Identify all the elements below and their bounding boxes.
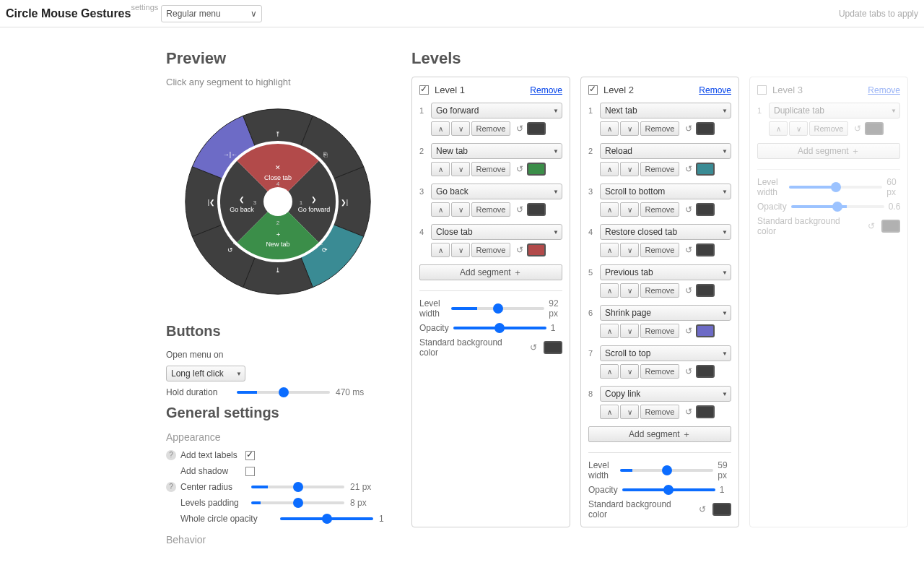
segment-action-select[interactable]: Go back <box>431 184 562 199</box>
segment-action-select[interactable]: Duplicate tab <box>769 103 900 118</box>
reset-icon[interactable]: ↺ <box>516 204 523 215</box>
remove-level-link[interactable]: Remove <box>530 85 562 95</box>
remove-segment-button[interactable]: Remove <box>471 202 510 217</box>
segment-color-swatch[interactable] <box>696 203 715 216</box>
move-up-button[interactable]: ∧ <box>600 121 619 136</box>
move-down-button[interactable]: ∨ <box>451 121 470 136</box>
segment-action-select[interactable]: Go forward <box>431 103 562 118</box>
segment-color-swatch[interactable] <box>527 163 546 176</box>
level-width-slider[interactable] <box>789 186 882 189</box>
reset-icon[interactable]: ↺ <box>516 245 523 255</box>
segment-action-select[interactable]: Next tab <box>600 103 731 118</box>
segment-color-swatch[interactable] <box>696 324 715 337</box>
remove-segment-button[interactable]: Remove <box>471 121 510 136</box>
opacity-slider[interactable] <box>791 205 884 208</box>
circle-preview[interactable]: ❯| ⟳ ⤓ ↺ |❮ →|← ⤒ ⎘ 1 2 3 4 5 6 <box>177 100 379 303</box>
remove-segment-button[interactable]: Remove <box>471 243 510 257</box>
menu-category-select[interactable]: Regular menu ∨ <box>161 5 262 22</box>
move-down-button[interactable]: ∨ <box>451 162 470 176</box>
move-down-button[interactable]: ∨ <box>620 364 639 379</box>
segment-action-select[interactable]: New tab <box>431 143 562 159</box>
remove-segment-button[interactable]: Remove <box>640 364 679 379</box>
level-width-slider[interactable] <box>451 307 544 310</box>
remove-segment-button[interactable]: Remove <box>471 162 510 176</box>
move-up-button[interactable]: ∧ <box>600 324 619 338</box>
move-up-button[interactable]: ∧ <box>600 202 619 217</box>
segment-action-select[interactable]: Restore closed tab <box>600 224 731 240</box>
level-enabled-checkbox[interactable] <box>419 85 429 95</box>
reset-icon[interactable]: ↺ <box>685 326 692 336</box>
segment-action-select[interactable]: Copy link <box>600 386 731 402</box>
reset-icon[interactable]: ↺ <box>516 164 523 174</box>
level-width-slider[interactable] <box>620 469 713 472</box>
segment-action-select[interactable]: Scroll to top <box>600 345 731 361</box>
remove-level-link[interactable]: Remove <box>868 85 900 95</box>
center-radius-slider[interactable] <box>251 486 344 488</box>
move-down-button[interactable]: ∨ <box>451 202 470 217</box>
move-down-button[interactable]: ∨ <box>620 405 639 419</box>
move-down-button[interactable]: ∨ <box>789 121 808 136</box>
std-bg-swatch[interactable] <box>544 341 562 354</box>
move-up-button[interactable]: ∧ <box>600 364 619 379</box>
segment-color-swatch[interactable] <box>696 122 715 135</box>
move-up-button[interactable]: ∧ <box>431 202 450 217</box>
segment-color-swatch[interactable] <box>527 203 546 216</box>
add-segment-button[interactable]: Add segment ＋ <box>419 264 562 280</box>
segment-color-swatch[interactable] <box>696 243 715 256</box>
reset-icon[interactable]: ↺ <box>685 366 692 376</box>
move-up-button[interactable]: ∧ <box>431 162 450 176</box>
reset-icon[interactable]: ↺ <box>685 164 692 174</box>
segment-action-select[interactable]: Shrink page <box>600 305 731 321</box>
move-up-button[interactable]: ∧ <box>431 243 450 257</box>
move-down-button[interactable]: ∨ <box>620 243 639 257</box>
std-bg-swatch[interactable] <box>712 503 731 516</box>
add-segment-button[interactable]: Add segment ＋ <box>588 426 731 442</box>
reset-icon[interactable]: ↺ <box>685 285 692 296</box>
whole-opacity-slider[interactable] <box>280 517 373 520</box>
add-text-labels-checkbox[interactable] <box>245 451 255 460</box>
segment-action-select[interactable]: Close tab <box>431 224 562 240</box>
add-segment-button[interactable]: Add segment ＋ <box>757 143 900 159</box>
help-icon[interactable]: ? <box>166 482 176 492</box>
move-down-button[interactable]: ∨ <box>620 202 639 217</box>
std-bg-swatch[interactable] <box>881 220 900 233</box>
remove-segment-button[interactable]: Remove <box>640 162 679 176</box>
opacity-slider[interactable] <box>622 488 715 491</box>
move-down-button[interactable]: ∨ <box>620 121 639 136</box>
reset-icon[interactable]: ↺ <box>685 407 692 417</box>
remove-segment-button[interactable]: Remove <box>640 324 679 338</box>
move-up-button[interactable]: ∧ <box>600 162 619 176</box>
remove-segment-button[interactable]: Remove <box>640 202 679 217</box>
move-up-button[interactable]: ∧ <box>431 121 450 136</box>
move-up-button[interactable]: ∧ <box>600 243 619 257</box>
reset-icon[interactable]: ↺ <box>699 504 706 514</box>
segment-color-swatch[interactable] <box>527 122 546 135</box>
reset-icon[interactable]: ↺ <box>685 245 692 255</box>
reset-icon[interactable]: ↺ <box>685 124 692 134</box>
reset-icon[interactable]: ↺ <box>868 221 875 231</box>
move-down-button[interactable]: ∨ <box>620 283 639 298</box>
reset-icon[interactable]: ↺ <box>516 124 523 134</box>
segment-color-swatch[interactable] <box>696 163 715 176</box>
move-up-button[interactable]: ∧ <box>600 283 619 298</box>
segment-action-select[interactable]: Previous tab <box>600 264 731 280</box>
remove-segment-button[interactable]: Remove <box>640 283 679 298</box>
remove-segment-button[interactable]: Remove <box>640 121 679 136</box>
move-up-button[interactable]: ∧ <box>769 121 788 136</box>
help-icon[interactable]: ? <box>166 450 176 460</box>
move-up-button[interactable]: ∧ <box>600 405 619 419</box>
reset-icon[interactable]: ↺ <box>530 342 537 353</box>
move-down-button[interactable]: ∨ <box>620 324 639 338</box>
open-menu-select[interactable]: Long left click <box>166 366 245 381</box>
reset-icon[interactable]: ↺ <box>854 124 861 134</box>
segment-action-select[interactable]: Reload <box>600 143 731 159</box>
opacity-slider[interactable] <box>453 327 546 329</box>
segment-color-swatch[interactable] <box>865 122 884 135</box>
remove-segment-button[interactable]: Remove <box>640 405 679 419</box>
hold-duration-slider[interactable] <box>237 391 330 394</box>
add-shadow-checkbox[interactable] <box>245 467 255 476</box>
move-down-button[interactable]: ∨ <box>620 162 639 176</box>
segment-color-swatch[interactable] <box>527 243 546 256</box>
segment-action-select[interactable]: Scroll to bottom <box>600 184 731 199</box>
levels-padding-slider[interactable] <box>251 501 344 504</box>
